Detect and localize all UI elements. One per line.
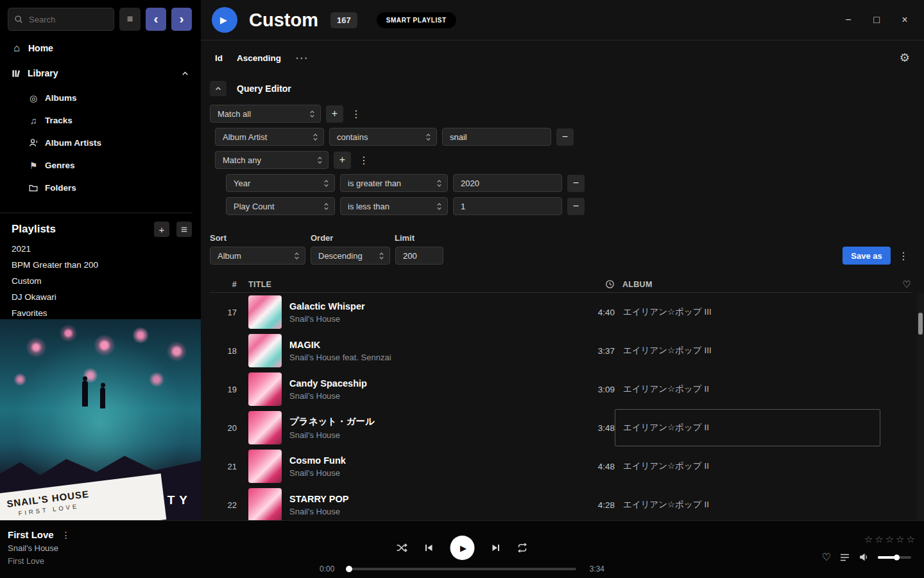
- order-select[interactable]: Descending: [311, 247, 390, 265]
- track-title[interactable]: STARRY POP: [289, 494, 562, 504]
- back-button[interactable]: ‹: [146, 8, 166, 31]
- group-match-type-select[interactable]: Match any: [215, 151, 329, 169]
- match-type-select[interactable]: Match all: [210, 105, 321, 123]
- album-art-thumbnail[interactable]: [248, 450, 282, 483]
- star-icon[interactable]: ☆: [864, 534, 873, 545]
- close-button[interactable]: ×: [891, 7, 919, 33]
- column-number[interactable]: #: [232, 280, 241, 289]
- maximize-button[interactable]: □: [862, 7, 891, 33]
- sidebar-item-library[interactable]: Library: [0, 64, 201, 82]
- volume-handle[interactable]: [894, 554, 900, 560]
- album-art-thumbnail[interactable]: [248, 295, 282, 329]
- rule-value-input[interactable]: [442, 128, 551, 146]
- rule-group-menu-button[interactable]: ⋮: [348, 108, 364, 120]
- album-art-thumbnail[interactable]: [248, 372, 282, 406]
- star-icon[interactable]: ☆: [896, 534, 904, 545]
- column-title[interactable]: TITLE: [248, 280, 282, 289]
- rule-operator-select[interactable]: contains: [329, 128, 437, 146]
- rule-operator-select[interactable]: is less than: [340, 197, 448, 215]
- sort-select[interactable]: Album: [210, 247, 305, 265]
- track-artist[interactable]: Snail's House: [289, 314, 562, 324]
- rule-field-select[interactable]: Album Artist: [215, 128, 324, 146]
- rule-field-select[interactable]: Play Count: [226, 197, 335, 215]
- next-button[interactable]: [491, 543, 501, 553]
- album-art-thumbnail[interactable]: [248, 488, 282, 520]
- remove-rule-button[interactable]: −: [556, 128, 574, 146]
- now-playing-title[interactable]: First Love: [8, 529, 54, 540]
- track-row[interactable]: 20 プラネット・ガール Snail's House 3:48 エイリアン☆ポッ…: [210, 408, 911, 447]
- sidebar-item-folders[interactable]: Folders: [0, 177, 201, 199]
- playlist-item[interactable]: BPM Greater than 200: [0, 257, 201, 273]
- column-album[interactable]: ALBUM: [622, 280, 653, 289]
- settings-gear-icon[interactable]: ⚙: [900, 51, 910, 65]
- queue-button[interactable]: [840, 553, 850, 562]
- playlist-item[interactable]: DJ Okawari: [0, 289, 201, 305]
- track-album[interactable]: エイリアン☆ポップ II: [615, 409, 880, 446]
- sort-field-button[interactable]: Id: [215, 53, 223, 63]
- track-row[interactable]: 21 Cosmo Funk Snail's House 4:48 エイリアン☆ポ…: [210, 447, 911, 486]
- track-title[interactable]: Cosmo Funk: [289, 455, 562, 466]
- collapse-query-editor-button[interactable]: [210, 81, 227, 96]
- track-title[interactable]: プラネット・ガール: [289, 416, 562, 428]
- track-title[interactable]: Galactic Whisper: [289, 301, 562, 311]
- sidebar-item-albums[interactable]: ◎ Albums: [0, 87, 201, 109]
- favorite-heart-button[interactable]: ♡: [822, 551, 831, 563]
- minimize-button[interactable]: −: [834, 7, 862, 33]
- now-playing-menu-button[interactable]: ⋮: [62, 530, 71, 540]
- limit-input[interactable]: [395, 247, 443, 265]
- previous-button[interactable]: [424, 543, 434, 553]
- shuffle-button[interactable]: [397, 543, 408, 553]
- play-pause-button[interactable]: ▶: [450, 536, 475, 560]
- sort-direction-button[interactable]: Ascending: [237, 53, 281, 63]
- add-playlist-button[interactable]: +: [154, 222, 169, 237]
- save-as-button[interactable]: Save as: [843, 247, 891, 265]
- album-art-thumbnail[interactable]: [248, 334, 282, 367]
- track-artist[interactable]: Snail's House: [289, 430, 562, 440]
- rating-stars[interactable]: ☆ ☆ ☆ ☆ ☆: [864, 534, 915, 545]
- sidebar-item-home[interactable]: ⌂ Home: [0, 39, 201, 57]
- sidebar-item-album-artists[interactable]: Album Artists: [0, 132, 201, 154]
- now-playing-album[interactable]: First Love: [8, 556, 71, 566]
- search-input[interactable]: [28, 14, 108, 25]
- star-icon[interactable]: ☆: [886, 534, 894, 545]
- track-album[interactable]: エイリアン☆ポップ II: [615, 486, 880, 520]
- track-title[interactable]: Candy Spaceship: [289, 378, 562, 389]
- album-art-thumbnail[interactable]: [248, 411, 282, 444]
- playlist-item[interactable]: 2021: [0, 241, 201, 257]
- duration-clock-icon[interactable]: [605, 279, 615, 289]
- track-album[interactable]: エイリアン☆ポップ III: [615, 293, 880, 331]
- track-artist[interactable]: Snail's House feat. Sennzai: [289, 353, 562, 362]
- track-album[interactable]: エイリアン☆ポップ II: [615, 371, 880, 408]
- seek-bar[interactable]: [348, 568, 576, 570]
- rule-group-menu-button[interactable]: ⋮: [356, 154, 372, 166]
- now-playing-artwork[interactable]: TASTY SNAIL'S HOUSE FIRST LOVE: [0, 319, 201, 520]
- remove-rule-button[interactable]: −: [567, 175, 585, 192]
- rule-value-input[interactable]: [453, 174, 562, 192]
- track-row[interactable]: 19 Candy Spaceship Snail's House 3:09 エイ…: [210, 370, 911, 408]
- add-rule-button[interactable]: +: [326, 105, 343, 123]
- chevron-up-icon[interactable]: [181, 69, 189, 78]
- repeat-button[interactable]: [517, 543, 528, 553]
- rule-operator-select[interactable]: is greater than: [340, 174, 448, 192]
- now-playing-artist[interactable]: Snail's House: [8, 543, 71, 553]
- forward-button[interactable]: ›: [171, 8, 192, 31]
- track-artist[interactable]: Snail's House: [289, 468, 562, 478]
- save-menu-button[interactable]: ⋮: [896, 250, 911, 262]
- track-album[interactable]: エイリアン☆ポップ II: [615, 448, 880, 485]
- sidebar-item-genres[interactable]: ⚑ Genres: [0, 154, 201, 177]
- volume-button[interactable]: [859, 552, 869, 562]
- star-icon[interactable]: ☆: [875, 534, 883, 545]
- seek-handle[interactable]: [346, 566, 352, 572]
- scrollbar-thumb[interactable]: [918, 313, 923, 335]
- playlist-list-button[interactable]: [176, 222, 192, 237]
- track-row[interactable]: 17 Galactic Whisper Snail's House 4:40 エ…: [210, 293, 911, 331]
- track-title[interactable]: MAGIK: [289, 340, 562, 350]
- track-row[interactable]: 18 MAGIK Snail's House feat. Sennzai 3:3…: [210, 331, 911, 370]
- track-artist[interactable]: Snail's House: [289, 391, 562, 401]
- volume-slider[interactable]: [878, 556, 911, 559]
- search-box[interactable]: [8, 8, 114, 31]
- playlist-item[interactable]: Custom: [0, 273, 201, 289]
- sidebar-item-tracks[interactable]: ♫ Tracks: [0, 109, 201, 132]
- track-album[interactable]: エイリアン☆ポップ III: [615, 332, 880, 369]
- more-options-button[interactable]: ⋯: [295, 55, 308, 61]
